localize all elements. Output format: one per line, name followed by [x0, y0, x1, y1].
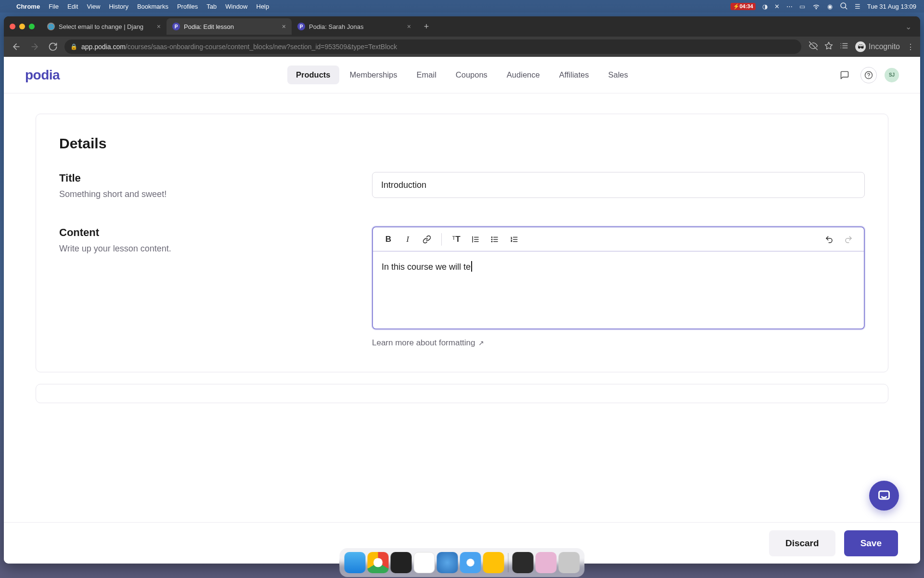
bold-button[interactable]: B: [380, 231, 397, 248]
minimize-window-button[interactable]: [19, 24, 25, 29]
svg-point-21: [491, 241, 492, 242]
menubar-item[interactable]: History: [109, 3, 128, 10]
reading-list-icon[interactable]: [840, 41, 848, 52]
menubar-datetime[interactable]: Tue 31 Aug 13:09: [867, 3, 916, 10]
editor-textarea[interactable]: In this course we will te: [373, 251, 864, 328]
dock-terminal-icon[interactable]: [391, 552, 412, 573]
battery-icon[interactable]: ▭: [799, 3, 805, 10]
dock-app-icon[interactable]: [513, 552, 534, 573]
content-label: Content: [59, 226, 358, 239]
status-icon[interactable]: ✕: [774, 3, 780, 10]
nav-coupons[interactable]: Coupons: [447, 66, 496, 84]
back-button[interactable]: [10, 40, 23, 53]
dock-notes-icon[interactable]: [414, 552, 435, 573]
menubar-item[interactable]: Window: [225, 3, 247, 10]
close-tab-icon[interactable]: ×: [282, 23, 286, 30]
dock-chrome-icon[interactable]: [368, 552, 389, 573]
blockquote-button[interactable]: [467, 231, 484, 248]
user-avatar[interactable]: SJ: [885, 68, 899, 82]
tab-overflow-icon[interactable]: ⌄: [905, 22, 914, 31]
spotlight-icon[interactable]: [839, 1, 848, 12]
status-icon[interactable]: ◑: [762, 3, 768, 10]
menubar-item[interactable]: Edit: [67, 3, 78, 10]
nav-sales[interactable]: Sales: [600, 66, 637, 84]
svg-point-1: [841, 3, 846, 8]
content-help: Write up your lesson content.: [59, 244, 358, 254]
numbered-list-button[interactable]: [505, 231, 523, 248]
svg-marker-3: [825, 42, 833, 49]
bullet-list-button[interactable]: [486, 231, 503, 248]
nav-email[interactable]: Email: [408, 66, 445, 84]
help-button[interactable]: [860, 67, 877, 83]
new-tab-button[interactable]: +: [420, 20, 433, 33]
address-bar[interactable]: 🔒 app.podia.com/courses/saas-onboarding-…: [64, 39, 801, 54]
url-path: /courses/saas-onboarding-course/content_…: [126, 43, 397, 51]
favicon-podia-icon: P: [172, 23, 180, 30]
title-input[interactable]: [372, 172, 865, 198]
main-nav: Products Memberships Email Coupons Audie…: [287, 66, 637, 84]
dock-finder-icon[interactable]: [345, 552, 366, 573]
page-content: podia Products Memberships Email Coupons…: [4, 57, 920, 564]
status-icon[interactable]: ⋯: [786, 3, 793, 10]
browser-tab[interactable]: P Podia: Sarah Jonas ×: [292, 18, 417, 35]
svg-point-0: [816, 8, 817, 9]
tab-title: Podia: Edit lesson: [184, 23, 234, 30]
dock-app-icon[interactable]: [483, 552, 504, 573]
tab-title: Select email to change | Djang: [59, 23, 143, 30]
menubar-item[interactable]: Bookmarks: [137, 3, 168, 10]
content-row: Content Write up your lesson content. B …: [59, 226, 865, 348]
favicon-podia-icon: P: [297, 23, 305, 30]
wifi-icon[interactable]: [812, 1, 821, 12]
favicon-globe-icon: 🌐: [47, 23, 55, 30]
learn-more-formatting-link[interactable]: Learn more about formatting ↗: [372, 338, 865, 348]
rich-text-editor: B I TT: [372, 226, 865, 329]
nav-affiliates[interactable]: Affiliates: [551, 66, 598, 84]
nav-audience[interactable]: Audience: [498, 66, 549, 84]
title-row: Title Something short and sweet!: [59, 172, 865, 199]
undo-button[interactable]: [821, 231, 838, 248]
menubar-item[interactable]: Tab: [206, 3, 217, 10]
control-center-icon[interactable]: ◉: [827, 3, 833, 10]
browser-tab[interactable]: 🌐 Select email to change | Djang ×: [41, 18, 167, 35]
heading-button[interactable]: TT: [448, 231, 465, 248]
close-tab-icon[interactable]: ×: [157, 23, 161, 30]
discard-button[interactable]: Discard: [769, 530, 835, 556]
nav-memberships[interactable]: Memberships: [341, 66, 406, 84]
intercom-chat-button[interactable]: [869, 481, 899, 511]
close-tab-icon[interactable]: ×: [407, 23, 411, 30]
app-header: podia Products Memberships Email Coupons…: [4, 57, 920, 93]
dock-trash-icon[interactable]: [559, 552, 580, 573]
save-button[interactable]: Save: [844, 530, 898, 556]
bookmark-star-icon[interactable]: [824, 41, 833, 52]
editor-content: In this course we will te: [382, 262, 471, 272]
menubar-item[interactable]: Profiles: [177, 3, 198, 10]
browser-tab-active[interactable]: P Podia: Edit lesson ×: [167, 18, 292, 35]
dock-app-icon[interactable]: [536, 552, 557, 573]
nav-products[interactable]: Products: [287, 66, 339, 84]
eye-off-icon[interactable]: [809, 41, 818, 52]
italic-button[interactable]: I: [399, 231, 416, 248]
menubar-item[interactable]: Help: [257, 3, 270, 10]
svg-point-19: [491, 236, 492, 237]
browser-menu-icon[interactable]: ⋮: [907, 42, 914, 52]
close-window-button[interactable]: [10, 24, 15, 29]
dock-quicktime-icon[interactable]: [437, 552, 458, 573]
menubar-item[interactable]: View: [87, 3, 100, 10]
link-button[interactable]: [418, 231, 436, 248]
incognito-indicator[interactable]: 🕶 Incognito: [855, 41, 900, 52]
control-icon[interactable]: ☰: [855, 3, 860, 10]
redo-button[interactable]: [840, 231, 857, 248]
messages-button[interactable]: [836, 67, 853, 83]
editor-toolbar: B I TT: [373, 227, 864, 251]
fullscreen-window-button[interactable]: [29, 24, 35, 29]
podia-logo[interactable]: podia: [25, 67, 60, 83]
menubar-app-name[interactable]: Chrome: [16, 3, 40, 10]
macos-menubar: Chrome File Edit View History Bookmarks …: [0, 0, 924, 13]
forward-button[interactable]: [28, 40, 41, 53]
incognito-label: Incognito: [869, 42, 900, 51]
battery-time-indicator[interactable]: ⚡04:34: [731, 3, 756, 10]
menubar-item[interactable]: File: [49, 3, 59, 10]
reload-button[interactable]: [46, 40, 60, 53]
lock-icon: 🔒: [70, 43, 77, 50]
dock-safari-icon[interactable]: [460, 552, 481, 573]
